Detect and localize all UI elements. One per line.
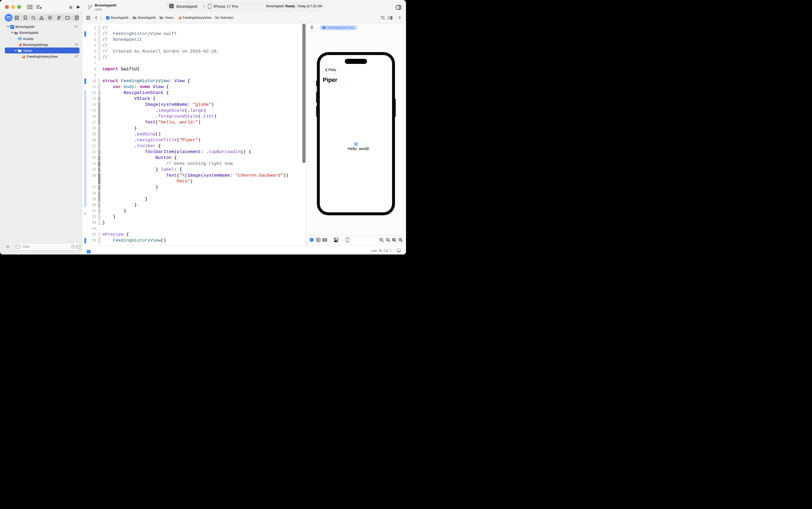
svg-text:1: 1	[387, 238, 388, 241]
